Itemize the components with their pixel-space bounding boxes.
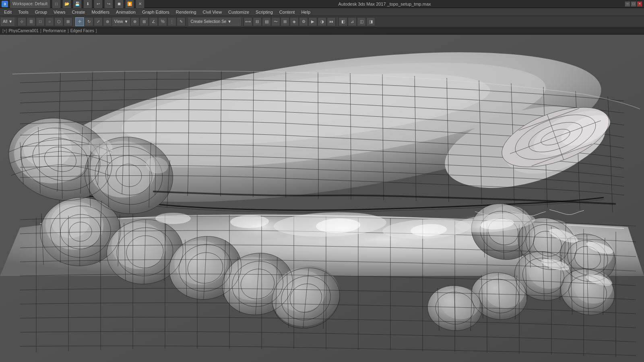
viewport-label-performance[interactable]: Performance	[43, 29, 66, 33]
select-rotate-button[interactable]: ↻	[85, 17, 93, 26]
curve-editor-button[interactable]: 〜	[271, 17, 280, 26]
viewport-label-display[interactable]: Edged Faces	[70, 29, 94, 33]
menu-create[interactable]: Create	[68, 8, 88, 16]
extra-tools-4[interactable]: ◨	[366, 17, 375, 26]
align-button[interactable]: ⊟	[253, 17, 262, 26]
menu-modifiers[interactable]: Modifiers	[88, 8, 113, 16]
menu-edit[interactable]: Edit	[1, 8, 15, 16]
extra-tools-3[interactable]: ◫	[357, 17, 366, 26]
viewport-label-camera[interactable]: PhysCamera001	[8, 29, 38, 33]
svg-point-13	[51, 204, 90, 238]
material-editor-button[interactable]: ◈	[290, 17, 299, 26]
redo-button[interactable]: ↪	[104, 0, 113, 8]
create-selection-dropdown[interactable]: Create Selection Se ▼	[188, 18, 241, 26]
toolbar-sep-1	[16, 18, 16, 26]
menu-bar: Edit Tools Group Views Create Modifiers …	[0, 8, 644, 16]
select-by-name-button[interactable]: ☰	[27, 17, 35, 26]
close-button[interactable]: ✕	[637, 1, 642, 7]
app-icon: 3	[2, 1, 8, 7]
active-shade-button[interactable]: ◑	[318, 17, 326, 26]
mesh-viewport[interactable]	[0, 35, 644, 362]
select-place-button[interactable]: ⊛	[103, 17, 112, 26]
title-bar: 3 Workspace: Default □ 📂 💾 ⬇ ↩ ↪ ⏹ ⏫ ✕ A…	[0, 0, 644, 8]
menu-civil-view[interactable]: Civil View	[200, 8, 225, 16]
title-text: Autodesk 3ds Max 2017 _topo_setup_tmp.ma…	[146, 2, 623, 6]
import-button[interactable]: ⬇	[83, 0, 92, 8]
workspace-button[interactable]: Workspace: Default	[10, 0, 50, 8]
viewport-label-bracket: [+]	[2, 29, 7, 33]
mirror-button[interactable]: ⟺	[244, 17, 252, 26]
select-scale-button[interactable]: ⤢	[94, 17, 103, 26]
menu-tools[interactable]: Tools	[15, 8, 32, 16]
svg-point-88	[155, 213, 191, 224]
svg-point-19	[227, 257, 279, 300]
schematic-view-button[interactable]: ⊞	[281, 17, 289, 26]
select-filter-dropdown[interactable]: All ▼	[1, 18, 14, 26]
menu-help[interactable]: Help	[298, 8, 314, 16]
toolbar-sep-4	[242, 18, 242, 26]
render-frame-button[interactable]: ▶	[308, 17, 317, 26]
reference-coord-dropdown[interactable]: View ▼	[112, 18, 130, 26]
minimize-button[interactable]: ─	[625, 1, 630, 7]
menu-content[interactable]: Content	[276, 8, 298, 16]
undo-button[interactable]: ↩	[94, 0, 103, 8]
snap-toggle-button[interactable]: ⊞	[140, 17, 149, 26]
menu-views[interactable]: Views	[50, 8, 68, 16]
select-circle-button[interactable]: ○	[45, 17, 54, 26]
render-last-button[interactable]: ⏮	[327, 17, 336, 26]
viewport-label-sep2: ]	[68, 29, 69, 33]
select-move-button[interactable]: ✛	[75, 17, 84, 26]
percent-snap-button[interactable]: %	[158, 17, 167, 26]
select-object-button[interactable]: ⊹	[17, 17, 26, 26]
menu-graph-editors[interactable]: Graph Editors	[139, 8, 173, 16]
menu-scripting[interactable]: Scripting	[252, 8, 276, 16]
menu-customize[interactable]: Customize	[225, 8, 252, 16]
svg-point-21	[276, 270, 326, 312]
menu-animation[interactable]: Animation	[113, 8, 139, 16]
save-file-button[interactable]: 💾	[73, 0, 82, 8]
viewport[interactable]	[0, 35, 644, 362]
maximize-button[interactable]: □	[631, 1, 636, 7]
open-file-button[interactable]: 📂	[62, 0, 71, 8]
extra-tools-1[interactable]: ◧	[339, 17, 347, 26]
menu-rendering[interactable]: Rendering	[173, 8, 200, 16]
window-crossing-button[interactable]: ⊞	[64, 17, 72, 26]
window-controls: ─ □ ✕	[625, 1, 642, 7]
layer-manager-button[interactable]: ▤	[262, 17, 271, 26]
select-rectangle-button[interactable]: □	[36, 17, 45, 26]
select-fence-button[interactable]: ⬡	[54, 17, 63, 26]
render-setup-button[interactable]: ⚙	[299, 17, 308, 26]
extra-tools-2[interactable]: ⊿	[348, 17, 357, 26]
toolbar-sep-2	[74, 18, 74, 26]
toolbar-sep-5	[337, 18, 337, 26]
use-pivot-button[interactable]: ⊕	[130, 17, 139, 26]
menu-group[interactable]: Group	[32, 8, 51, 16]
angle-snap-button[interactable]: ∠	[149, 17, 158, 26]
delete-button[interactable]: ✕	[136, 0, 144, 8]
toolbar-sep-3	[187, 18, 187, 26]
toolbar: All ▼ ⊹ ☰ □ ○ ⬡ ⊞ ✛ ↻ ⤢ ⊛ View ▼ ⊕ ⊞ ∠ %…	[0, 16, 644, 27]
edit-named-selection-button[interactable]: ✎	[177, 17, 186, 26]
viewport-label: [+] PhysCamera001 ] Performance ] Edged …	[0, 27, 644, 35]
new-file-button[interactable]: □	[52, 0, 61, 8]
viewport-label-sep1: ]	[40, 29, 41, 33]
spinner-snap-button[interactable]: ⋮	[167, 17, 176, 26]
hold-button[interactable]: ⏹	[115, 0, 124, 8]
svg-point-35	[441, 287, 480, 319]
viewport-label-end: ]	[96, 29, 97, 33]
fetch-button[interactable]: ⏫	[125, 0, 134, 8]
